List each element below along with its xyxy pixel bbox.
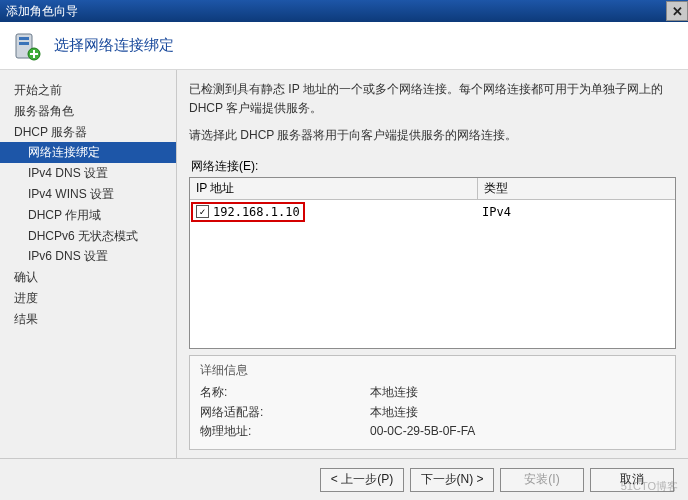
page-title: 选择网络连接绑定 (54, 36, 174, 55)
detail-mac-label: 物理地址: (200, 422, 370, 441)
close-button[interactable]: ✕ (666, 1, 688, 21)
step-server-roles[interactable]: 服务器角色 (0, 101, 176, 122)
connections-label: 网络连接(E): (191, 158, 676, 175)
step-ipv4-dns[interactable]: IPv4 DNS 设置 (0, 163, 176, 184)
table-header: IP 地址 类型 (190, 178, 675, 200)
wizard-steps-sidebar: 开始之前 服务器角色 DHCP 服务器 网络连接绑定 IPv4 DNS 设置 I… (0, 70, 176, 458)
step-dhcp-server[interactable]: DHCP 服务器 (0, 122, 176, 143)
window-title: 添加角色向导 (6, 3, 78, 20)
detail-name-label: 名称: (200, 383, 370, 402)
detail-adapter-row: 网络适配器: 本地连接 (200, 403, 665, 422)
next-button[interactable]: 下一步(N) > (410, 468, 494, 492)
step-ipv6-dns[interactable]: IPv6 DNS 设置 (0, 246, 176, 267)
step-network-binding[interactable]: 网络连接绑定 (0, 142, 176, 163)
step-ipv4-wins[interactable]: IPv4 WINS 设置 (0, 184, 176, 205)
wizard-content: 已检测到具有静态 IP 地址的一个或多个网络连接。每个网络连接都可用于为单独子网… (176, 70, 688, 458)
col-type-header[interactable]: 类型 (478, 178, 675, 199)
col-ip-header[interactable]: IP 地址 (190, 178, 478, 199)
step-progress[interactable]: 进度 (0, 288, 176, 309)
row-ip-value: 192.168.1.10 (213, 205, 300, 219)
description-1: 已检测到具有静态 IP 地址的一个或多个网络连接。每个网络连接都可用于为单独子网… (189, 80, 676, 118)
wizard-footer: < 上一步(P) 下一步(N) > 安装(I) 取消 (0, 458, 688, 500)
table-row[interactable]: ✓ 192.168.1.10 IPv4 (190, 200, 675, 224)
detail-mac-value: 00-0C-29-5B-0F-FA (370, 422, 475, 441)
step-dhcpv6-stateless[interactable]: DHCPv6 无状态模式 (0, 226, 176, 247)
install-button: 安装(I) (500, 468, 584, 492)
title-bar: 添加角色向导 ✕ (0, 0, 688, 22)
connections-table: IP 地址 类型 ✓ 192.168.1.10 IPv4 (189, 177, 676, 350)
back-button[interactable]: < 上一步(P) (320, 468, 404, 492)
wizard-header: 选择网络连接绑定 (0, 22, 688, 70)
server-plus-icon (12, 30, 44, 62)
detail-adapter-label: 网络适配器: (200, 403, 370, 422)
row-highlight: ✓ 192.168.1.10 (191, 202, 305, 222)
cancel-button[interactable]: 取消 (590, 468, 674, 492)
detail-mac-row: 物理地址: 00-0C-29-5B-0F-FA (200, 422, 665, 441)
detail-name-value: 本地连接 (370, 383, 418, 402)
step-before-begin[interactable]: 开始之前 (0, 80, 176, 101)
details-heading: 详细信息 (200, 362, 665, 379)
svg-rect-1 (19, 37, 29, 40)
step-result[interactable]: 结果 (0, 309, 176, 330)
wizard-body: 开始之前 服务器角色 DHCP 服务器 网络连接绑定 IPv4 DNS 设置 I… (0, 70, 688, 458)
details-panel: 详细信息 名称: 本地连接 网络适配器: 本地连接 物理地址: 00-0C-29… (189, 355, 676, 450)
description-2: 请选择此 DHCP 服务器将用于向客户端提供服务的网络连接。 (189, 126, 676, 145)
detail-adapter-value: 本地连接 (370, 403, 418, 422)
detail-name-row: 名称: 本地连接 (200, 383, 665, 402)
row-type-value: IPv4 (482, 205, 671, 219)
row-checkbox[interactable]: ✓ (196, 205, 209, 218)
svg-rect-2 (19, 42, 29, 45)
step-dhcp-scope[interactable]: DHCP 作用域 (0, 205, 176, 226)
step-confirm[interactable]: 确认 (0, 267, 176, 288)
